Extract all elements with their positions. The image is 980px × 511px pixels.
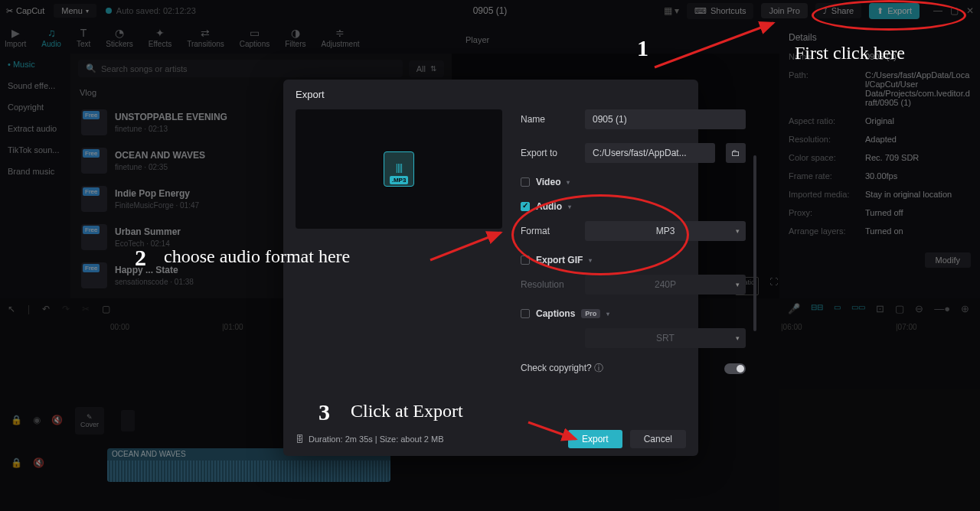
ruler-mark: |01:00 (222, 323, 243, 331)
track-thumb: Free (81, 186, 107, 212)
tooltab-audio[interactable]: ♫Audio (41, 28, 61, 48)
details-key: Color space: (789, 153, 858, 162)
join-pro-button[interactable]: Join Pro (761, 3, 807, 18)
export-preview-box: |||| .MP3 (296, 109, 502, 229)
close-icon[interactable]: ✕ (966, 5, 974, 16)
tooltab-import[interactable]: ▶Import (5, 28, 26, 48)
scrollbar[interactable] (753, 155, 756, 331)
audio-clip-label: OCEAN AND WAVES (112, 450, 186, 458)
annotation-1-number: 1 (637, 35, 648, 61)
duration-text: Duration: 2m 35s | Size: about 2 MB (309, 435, 444, 444)
track-row-controls: 🔒 🔇 (11, 457, 44, 468)
export-duration: 🗄 Duration: 2m 35s | Size: about 2 MB (296, 435, 444, 444)
track-title: UNSTOPPABLE EVENING (115, 112, 227, 122)
browse-folder-button[interactable]: 🗀 (726, 143, 746, 163)
track-thumb: Free (81, 224, 107, 250)
pointer-tool-icon[interactable]: ↖ (8, 304, 15, 314)
search-input[interactable]: 🔍 Search songs or artists (78, 60, 403, 77)
stickers-icon: ◔ (115, 28, 124, 38)
sidebar-item[interactable]: Copyright (0, 96, 70, 118)
video-section-toggle[interactable]: Video ▾ (521, 177, 746, 187)
tooltab-captions[interactable]: ▭Captions (240, 28, 270, 48)
details-title: Details (789, 32, 971, 43)
shortcuts-button[interactable]: ⌨ Shortcuts (687, 3, 753, 19)
lock-icon[interactable]: 🔒 (11, 457, 22, 468)
export-cancel-button[interactable]: Cancel (630, 430, 686, 448)
chevron-down-icon: ▾ (736, 227, 740, 235)
export-dialog-title: Export (283, 80, 698, 109)
tl-icon-1[interactable]: ⊟⊟ (811, 303, 823, 314)
annotation-2-number: 2 (135, 245, 146, 271)
tooltab-text[interactable]: TText (77, 28, 90, 48)
annotation-2-text: choose audio format here (164, 246, 350, 267)
tl-slider-icon[interactable]: —● (934, 303, 950, 314)
captions-section-toggle[interactable]: Captions Pro ▾ (521, 308, 746, 319)
audio-checkbox[interactable] (521, 202, 530, 211)
mp3-tag: .MP3 (390, 176, 409, 184)
fullscreen-icon[interactable]: ⛶ (769, 277, 778, 295)
captions-section-label: Captions (536, 308, 575, 319)
mute-icon[interactable]: 🔇 (51, 415, 63, 425)
resolution-select[interactable]: 240P▾ (585, 275, 746, 295)
tl-icon-2[interactable]: ▭ (834, 303, 841, 314)
tl-icon-4[interactable]: ⊡ (876, 303, 884, 314)
sidebar-item[interactable]: Sound effe... (0, 75, 70, 96)
captions-checkbox[interactable] (521, 309, 530, 318)
tooltab-effects[interactable]: ✦Effects (149, 28, 172, 48)
tl-zoom-out-icon[interactable]: ⊖ (915, 303, 923, 314)
captions-value: SRT (656, 333, 675, 343)
export-confirm-button[interactable]: Export (568, 430, 622, 448)
filter-all-button[interactable]: All ⇅ (409, 60, 444, 77)
details-value: 30.00fps (865, 171, 971, 181)
lock-icon[interactable]: 🔒 (11, 415, 22, 425)
details-value: Turned on (865, 226, 971, 236)
sidebar-item[interactable]: • Music (0, 54, 70, 75)
shield-icon[interactable]: ▢ (102, 304, 110, 314)
sidebar-item[interactable]: TikTok soun... (0, 139, 70, 161)
details-key: Proxy: (789, 208, 858, 217)
effects-icon: ✦ (155, 28, 165, 38)
text-icon: T (80, 28, 87, 38)
tooltab-filters[interactable]: ◑Filters (285, 28, 305, 48)
annotation-ellipse-1 (812, 0, 966, 31)
menu-button[interactable]: Menu ▾ (54, 4, 96, 18)
details-row: Arrange layers:Turned on (789, 226, 971, 236)
name-input[interactable] (585, 109, 746, 129)
eye-icon[interactable]: ◉ (33, 415, 41, 425)
sidebar-item[interactable]: Extract audio (0, 118, 70, 139)
mute-icon[interactable]: 🔇 (33, 457, 44, 468)
split-icon[interactable]: ✂ (82, 304, 90, 314)
exportto-input[interactable] (585, 143, 715, 163)
free-badge: Free (83, 264, 100, 272)
details-value: Rec. 709 SDR (865, 153, 971, 162)
modify-button[interactable]: Modify (925, 252, 971, 268)
cover-label: Cover (80, 421, 99, 428)
video-checkbox[interactable] (521, 177, 530, 187)
copyright-label: Check copyright? (521, 363, 592, 373)
undo-icon[interactable]: ↶ (42, 304, 50, 314)
redo-icon[interactable]: ↷ (62, 304, 70, 314)
chevron-down-icon: ▾ (567, 179, 570, 186)
adjustment-icon: ≑ (335, 28, 345, 38)
help-icon[interactable]: ⓘ (594, 363, 603, 373)
tl-zoom-in-icon[interactable]: ⊕ (961, 303, 969, 314)
tooltab-label: Filters (285, 40, 305, 48)
details-value: C:/Users/fast/AppData/Local/CapCut/User … (865, 70, 971, 107)
track-title: OCEAN AND WAVES (115, 150, 205, 161)
mic-icon[interactable]: 🎤 (788, 303, 800, 314)
captions-format-select[interactable]: SRT▾ (585, 328, 746, 348)
tl-icon-3[interactable]: ▭▭ (851, 303, 865, 314)
captions-icon: ▭ (250, 28, 260, 38)
copyright-toggle[interactable] (724, 363, 746, 374)
cover-chip[interactable]: ✎Cover (75, 407, 104, 435)
sidebar-item[interactable]: Brand music (0, 161, 70, 182)
name-label: Name (521, 114, 574, 125)
tooltab-transitions[interactable]: ⇄Transitions (187, 28, 224, 48)
details-value: Turned off (865, 208, 971, 217)
layout-icon[interactable]: ▦ ▾ (664, 5, 679, 16)
tl-icon-5[interactable]: ▢ (895, 303, 904, 314)
app-logo: ✂ CapCut (6, 6, 44, 16)
tooltab-stickers[interactable]: ◔Stickers (106, 28, 133, 48)
blank-clip[interactable] (121, 410, 135, 431)
tooltab-adjustment[interactable]: ≑Adjustment (321, 28, 359, 48)
